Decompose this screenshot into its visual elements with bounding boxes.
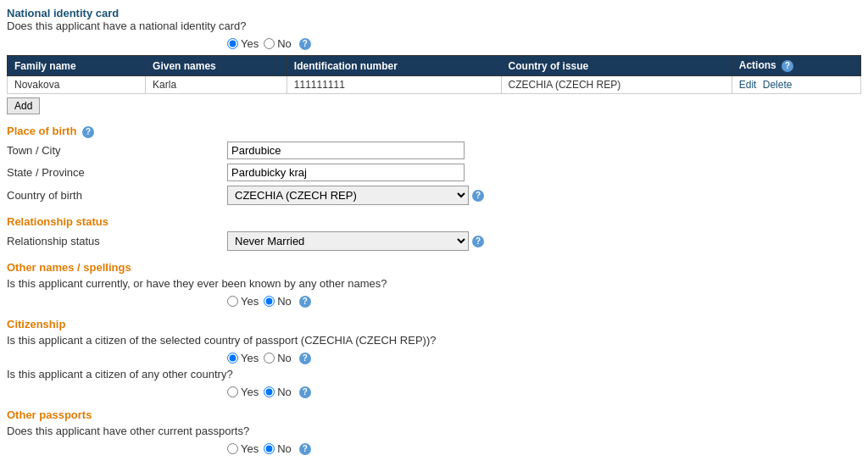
other-passports-yes-label[interactable]: Yes [227, 442, 259, 455]
identity-card-section: National identity card Does this applica… [7, 7, 861, 114]
citizenship-q2-radio-row: Yes No ? [7, 386, 861, 398]
other-names-no-radio[interactable] [264, 296, 275, 307]
other-names-yes-radio[interactable] [227, 296, 238, 307]
relationship-help-icon[interactable]: ? [472, 236, 484, 247]
other-passports-question: Does this applicant have other current p… [7, 425, 861, 437]
other-names-title: Other names / spellings [7, 261, 861, 274]
col-actions: Actions ? [732, 56, 860, 76]
other-passports-section: Other passports Does this applicant have… [7, 408, 861, 455]
identity-card-help-icon[interactable]: ? [299, 38, 311, 50]
country-birth-select[interactable]: CZECHIA (CZECH REP) [227, 186, 469, 205]
identity-card-question: Does this applicant have a national iden… [7, 19, 861, 32]
delete-link[interactable]: Delete [763, 79, 793, 91]
town-city-input[interactable] [227, 142, 465, 159]
other-names-yes-label[interactable]: Yes [227, 295, 259, 308]
citizenship-section: Citizenship Is this applicant a citizen … [7, 318, 861, 398]
other-names-help-icon[interactable]: ? [299, 296, 311, 308]
citizenship-q1-yes-radio[interactable] [227, 353, 238, 364]
other-passports-no-radio[interactable] [264, 443, 275, 454]
place-of-birth-help-icon[interactable]: ? [82, 126, 94, 138]
identity-card-no-radio[interactable] [264, 38, 275, 49]
relationship-status-row: Relationship status Never Married Marrie… [7, 231, 861, 251]
citizenship-q2-no-label[interactable]: No [264, 386, 292, 398]
identity-card-no-label[interactable]: No [264, 37, 292, 50]
col-id-number: Identification number [287, 56, 501, 76]
edit-link[interactable]: Edit [739, 79, 757, 91]
town-city-row: Town / City [7, 142, 861, 159]
country-birth-label: Country of birth [7, 189, 227, 202]
identity-card-yes-radio[interactable] [227, 38, 238, 49]
state-province-row: State / Province [7, 164, 861, 181]
place-of-birth-section: Place of birth ? Town / City State / Pro… [7, 125, 861, 205]
country-birth-row: Country of birth CZECHIA (CZECH REP) ? [7, 186, 861, 205]
cell-country: CZECHIA (CZECH REP) [501, 76, 732, 94]
other-passports-yes-radio[interactable] [227, 443, 238, 454]
identity-card-yes-label[interactable]: Yes [227, 37, 259, 50]
state-province-input[interactable] [227, 164, 465, 181]
table-row: Novakova Karla 111111111 CZECHIA (CZECH … [8, 76, 861, 94]
relationship-status-section: Relationship status Relationship status … [7, 215, 861, 251]
col-family-name: Family name [8, 56, 146, 76]
identity-card-table: Family name Given names Identification n… [7, 55, 861, 94]
citizenship-q1-no-label[interactable]: No [264, 352, 292, 364]
cell-given-names: Karla [146, 76, 287, 94]
actions-help-icon[interactable]: ? [782, 60, 793, 72]
other-passports-title: Other passports [7, 408, 861, 421]
add-button[interactable]: Add [7, 97, 40, 114]
citizenship-q1-no-radio[interactable] [264, 353, 275, 364]
col-given-names: Given names [146, 56, 287, 76]
cell-actions: Edit Delete [732, 76, 860, 94]
citizenship-q2-yes-label[interactable]: Yes [227, 386, 259, 398]
state-province-label: State / Province [7, 166, 227, 179]
other-names-no-label[interactable]: No [264, 295, 292, 308]
citizenship-q1-radio-row: Yes No ? [7, 352, 861, 364]
citizenship-q2-no-radio[interactable] [264, 386, 275, 397]
relationship-status-select[interactable]: Never Married Married Widowed Divorced S… [227, 231, 469, 251]
other-names-radio-row: Yes No ? [7, 295, 861, 308]
identity-card-link[interactable]: National identity card [7, 7, 119, 19]
other-names-question: Is this applicant currently, or have the… [7, 277, 861, 290]
cell-family-name: Novakova [8, 76, 146, 94]
citizenship-q2-help-icon[interactable]: ? [299, 386, 311, 398]
identity-card-table-container: Family name Given names Identification n… [7, 55, 861, 114]
place-of-birth-title: Place of birth ? [7, 125, 861, 138]
col-country-issue: Country of issue [501, 56, 732, 76]
citizenship-q1-help-icon[interactable]: ? [299, 353, 311, 364]
citizenship-q2-yes-radio[interactable] [227, 386, 238, 397]
relationship-status-label: Relationship status [7, 235, 227, 247]
country-birth-help-icon[interactable]: ? [472, 190, 484, 202]
citizenship-q1-yes-label[interactable]: Yes [227, 352, 259, 364]
other-passports-help-icon[interactable]: ? [299, 443, 311, 455]
relationship-status-title: Relationship status [7, 215, 861, 228]
other-names-section: Other names / spellings Is this applican… [7, 261, 861, 308]
other-passports-no-label[interactable]: No [264, 442, 292, 455]
cell-id-number: 111111111 [287, 76, 501, 94]
citizenship-question2: Is this applicant a citizen of any other… [7, 368, 861, 380]
citizenship-question1: Is this applicant a citizen of the selec… [7, 334, 861, 347]
other-passports-radio-row: Yes No ? [7, 442, 861, 455]
citizenship-title: Citizenship [7, 318, 861, 330]
identity-card-radio-row: Yes No ? [7, 37, 861, 50]
town-city-label: Town / City [7, 144, 227, 157]
